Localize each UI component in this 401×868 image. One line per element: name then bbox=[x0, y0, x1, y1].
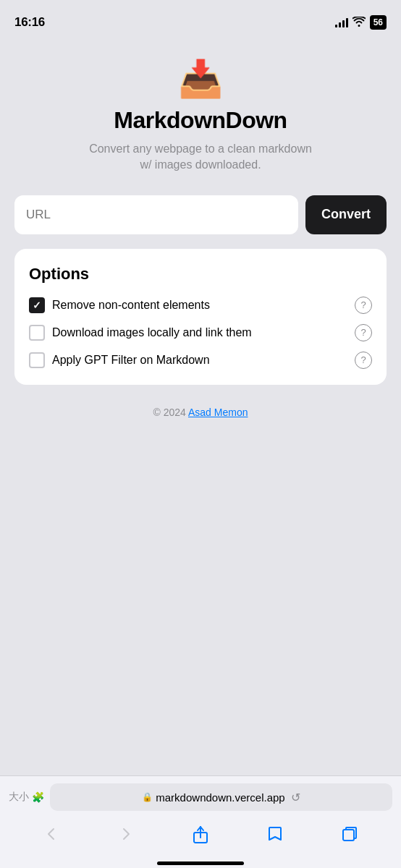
home-indicator bbox=[0, 857, 401, 868]
forward-button[interactable] bbox=[110, 821, 142, 847]
checkbox-gpt-filter[interactable] bbox=[29, 352, 45, 368]
url-row: Convert bbox=[14, 195, 387, 234]
help-badge-2[interactable]: ? bbox=[355, 324, 372, 341]
option-row-1: Remove non-content elements ? bbox=[29, 297, 372, 314]
url-input[interactable] bbox=[14, 195, 298, 234]
battery-icon: 56 bbox=[370, 15, 387, 30]
bookmarks-button[interactable] bbox=[259, 821, 291, 847]
extensions-icon[interactable]: 🧩 bbox=[32, 791, 44, 803]
options-card: Options Remove non-content elements ? Do… bbox=[14, 249, 387, 385]
back-button[interactable] bbox=[35, 821, 67, 847]
address-text: markdowndown.vercel.app bbox=[156, 791, 284, 804]
reader-icon[interactable]: 大小 bbox=[9, 791, 29, 804]
wifi-icon bbox=[353, 17, 366, 29]
status-time: 16:16 bbox=[14, 15, 45, 30]
option-label-3: Apply GPT Filter on Markdown bbox=[52, 354, 347, 367]
home-bar bbox=[157, 861, 244, 865]
share-button[interactable] bbox=[185, 821, 216, 847]
help-badge-3[interactable]: ? bbox=[355, 352, 372, 369]
status-bar: 16:16 56 bbox=[0, 0, 401, 36]
address-bar-row: 大小 🧩 🔒 markdowndown.vercel.app ↺ bbox=[0, 776, 401, 817]
footer: © 2024 Asad Memon bbox=[153, 407, 248, 418]
main-content: 📥 MarkdownDown Convert any webpage to a … bbox=[0, 36, 401, 447]
reload-icon[interactable]: ↺ bbox=[291, 791, 300, 804]
signal-icon bbox=[335, 17, 348, 27]
address-bar-left-items: 大小 🧩 bbox=[9, 791, 44, 804]
app-subtitle: Convert any webpage to a clean markdown … bbox=[85, 141, 316, 174]
status-icons: 56 bbox=[335, 15, 387, 30]
battery-level: 56 bbox=[373, 17, 383, 27]
option-row-3: Apply GPT Filter on Markdown ? bbox=[29, 352, 372, 369]
app-title: MarkdownDown bbox=[114, 107, 287, 134]
app-icon: 📥 bbox=[178, 58, 223, 100]
option-row-2: Download images locally and link them ? bbox=[29, 324, 372, 341]
copyright-text: © 2024 bbox=[153, 407, 186, 418]
address-bar[interactable]: 🔒 markdowndown.vercel.app ↺ bbox=[50, 783, 392, 811]
help-badge-1[interactable]: ? bbox=[355, 297, 372, 314]
tabs-button[interactable] bbox=[334, 821, 366, 847]
svg-rect-2 bbox=[343, 830, 354, 841]
options-title: Options bbox=[29, 265, 372, 284]
option-label-1: Remove non-content elements bbox=[52, 299, 347, 312]
checkbox-download-images[interactable] bbox=[29, 325, 45, 341]
checkbox-remove-non-content[interactable] bbox=[29, 297, 45, 313]
lock-icon: 🔒 bbox=[142, 792, 153, 802]
convert-button[interactable]: Convert bbox=[305, 195, 387, 234]
option-label-2: Download images locally and link them bbox=[52, 326, 347, 339]
browser-nav bbox=[0, 817, 401, 857]
browser-chrome: 大小 🧩 🔒 markdowndown.vercel.app ↺ bbox=[0, 775, 401, 868]
author-link[interactable]: Asad Memon bbox=[188, 407, 248, 418]
